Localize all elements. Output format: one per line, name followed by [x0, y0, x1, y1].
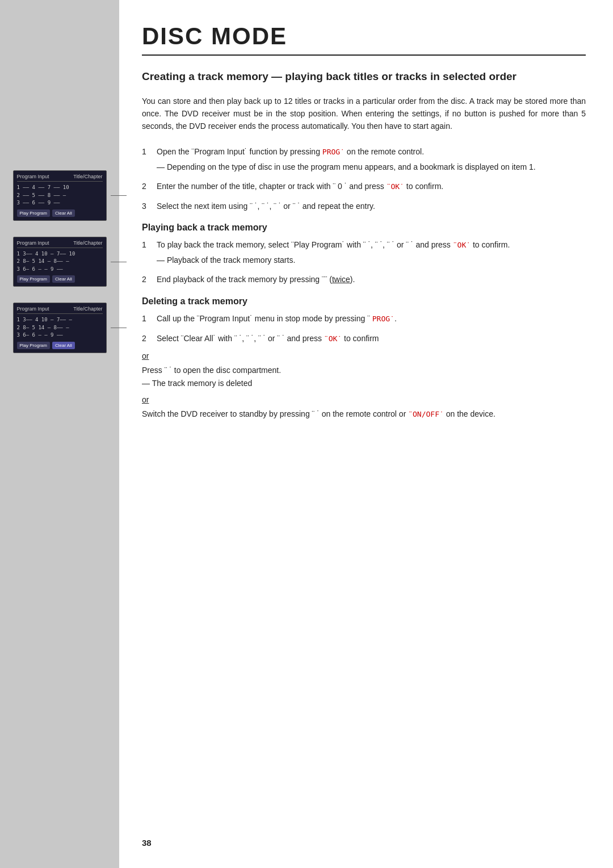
screen-rows-2: 1 3—— 4 10 — 7—— 10 2 8— 5 14 — 8—— — 3 … — [17, 250, 103, 274]
screen-row-1-2: 2 —— 5 —— 8 —— — — [17, 192, 103, 200]
screen-header-1: Program Input Title/Chapter — [17, 174, 103, 182]
del-step-text-1: Call up the ¨Program Input˙ menu in stop… — [157, 312, 586, 325]
screen-buttons-3: Play Program Clear All — [17, 342, 103, 349]
screen-buttons-1: Play Program Clear All — [17, 209, 103, 217]
play-step-text-1: To play back the track memory, select ¨P… — [157, 238, 586, 266]
or-text-1: or — [142, 351, 586, 360]
play-step-1: 1 To play back the track memory, select … — [142, 238, 586, 266]
screen-buttons-2: Play Program Clear All — [17, 275, 103, 283]
step-sub-1: — Depending on the type of disc in use t… — [157, 161, 586, 173]
screen-panel-3: Program Input Title/Chapter 1 3—— 4 10 —… — [13, 303, 107, 353]
screen-rows-3: 1 3—— 4 10 — 7—— — 2 8— 5 14 — 8—— — 3 6… — [17, 316, 103, 339]
screen-row-2-1: 1 3—— 4 10 — 7—— 10 — [17, 250, 103, 258]
play-step-text-2: End playback of the track memory by pres… — [157, 273, 586, 286]
ok-keyword-1: ¨OK˙ — [387, 182, 404, 191]
step-num-2: 2 — [142, 180, 152, 192]
screen-row-2-3: 3 6— 6 — — 9 —— — [17, 266, 103, 274]
step-num-1: 1 — [142, 145, 152, 158]
page-number: 38 — [142, 838, 152, 848]
step-text-3: Select the next item using ¨ ˙, ¨ ˙, ¨ ˙… — [157, 200, 586, 212]
play-step-num-1: 1 — [142, 238, 152, 251]
sidebar: Program Input Title/Chapter 1 —— 4 —— 7 … — [0, 0, 119, 868]
or1-paragraph: Press ¨ ˙ to open the disc compartment. … — [142, 364, 586, 389]
screen-panel-1: Program Input Title/Chapter 1 —— 4 —— 7 … — [13, 170, 107, 221]
screen-header-left-2: Program Input — [17, 240, 49, 246]
onoff-keyword: ¨ON/OFF˙ — [408, 410, 444, 418]
step-text-1: Open the ¨Program Input˙ function by pre… — [157, 145, 586, 173]
del-step-2: 2 Select ¨Clear All˙ with ¨ ˙, ¨ ˙, ¨ ˙ … — [142, 332, 586, 345]
screen-panel-2: Program Input Title/Chapter 1 3—— 4 10 —… — [13, 237, 107, 287]
del-step-1: 1 Call up the ¨Program Input˙ menu in st… — [142, 312, 586, 325]
screen-header-left-3: Program Input — [17, 306, 49, 312]
step-num-3: 3 — [142, 200, 152, 212]
main-content: DISC MODE Creating a track memory — play… — [119, 0, 613, 868]
connector-3 — [111, 328, 127, 328]
or2-paragraph: Switch the DVD receiver to standby by pr… — [142, 408, 586, 421]
screens-column: Program Input Title/Chapter 1 —— 4 —— 7 … — [0, 0, 119, 353]
play-step-2: 2 End playback of the track memory by pr… — [142, 273, 586, 286]
play-step-num-2: 2 — [142, 273, 152, 286]
deleting-steps: 1 Call up the ¨Program Input˙ menu in st… — [142, 312, 586, 345]
main-steps: 1 Open the ¨Program Input˙ function by p… — [142, 145, 586, 212]
play-program-btn-3: Play Program — [17, 342, 50, 349]
clear-all-btn-2: Clear All — [52, 275, 75, 283]
prog-keyword-2: PROG˙ — [372, 315, 394, 323]
screen-row-3-3: 3 6— 6 — — 9 —— — [17, 332, 103, 339]
screen-panel-wrap-1: Program Input Title/Chapter 1 —— 4 —— 7 … — [9, 170, 111, 221]
deleting-heading: Deleting a track memory — [142, 296, 586, 307]
screen-header-right-1: Title/Chapter — [73, 174, 102, 179]
screen-row-2-2: 2 8— 5 14 — 8—— — — [17, 258, 103, 266]
connector-1 — [111, 195, 127, 196]
twice-text: twice — [332, 275, 350, 284]
del-step-num-1: 1 — [142, 312, 152, 325]
clear-all-btn-3: Clear All — [52, 342, 75, 349]
del-step-text-2: Select ¨Clear All˙ with ¨ ˙, ¨ ˙, ¨ ˙ or… — [157, 332, 586, 345]
play-step-sub-1: — Playback of the track memory starts. — [157, 254, 586, 266]
page-title: DISC MODE — [142, 23, 586, 56]
connector-2 — [111, 262, 127, 262]
playing-back-heading: Playing back a track memory — [142, 223, 586, 233]
ok-keyword-2: ¨OK˙ — [453, 241, 471, 249]
step-3: 3 Select the next item using ¨ ˙, ¨ ˙, ¨… — [142, 200, 586, 212]
screen-panel-wrap-3: Program Input Title/Chapter 1 3—— 4 10 —… — [9, 303, 111, 353]
screen-header-left-1: Program Input — [17, 174, 49, 179]
step-1: 1 Open the ¨Program Input˙ function by p… — [142, 145, 586, 173]
screen-header-right-3: Title/Chapter — [73, 306, 102, 312]
play-program-btn-1: Play Program — [17, 209, 50, 217]
intro-paragraph: You can store and then play back up to 1… — [142, 95, 586, 133]
play-program-btn-2: Play Program — [17, 275, 50, 283]
prog-keyword-1: PROG˙ — [322, 148, 345, 156]
step-2: 2 Enter the number of the title, chapter… — [142, 180, 586, 193]
screen-panel-wrap-2: Program Input Title/Chapter 1 3—— 4 10 —… — [9, 237, 111, 287]
screen-header-3: Program Input Title/Chapter — [17, 306, 103, 314]
screen-header-2: Program Input Title/Chapter — [17, 240, 103, 248]
clear-all-btn-1: Clear All — [52, 209, 75, 217]
screen-row-1-3: 3 —— 6 —— 9 —— — [17, 199, 103, 207]
screen-header-right-2: Title/Chapter — [73, 240, 102, 246]
step-text-2: Enter the number of the title, chapter o… — [157, 180, 586, 193]
section-subtitle: Creating a track memory — playing back t… — [142, 69, 586, 85]
screen-row-3-2: 2 8— 5 14 — 8—— — — [17, 324, 103, 332]
ok-keyword-3: ¨OK˙ — [324, 334, 342, 343]
or-text-2: or — [142, 395, 586, 404]
del-step-num-2: 2 — [142, 332, 152, 345]
screen-row-1-1: 1 —— 4 —— 7 —— 10 — [17, 184, 103, 192]
screen-row-3-1: 1 3—— 4 10 — 7—— — — [17, 316, 103, 324]
screen-rows-1: 1 —— 4 —— 7 —— 10 2 —— 5 —— 8 —— — 3 —— … — [17, 184, 103, 207]
playing-back-steps: 1 To play back the track memory, select … — [142, 238, 586, 286]
